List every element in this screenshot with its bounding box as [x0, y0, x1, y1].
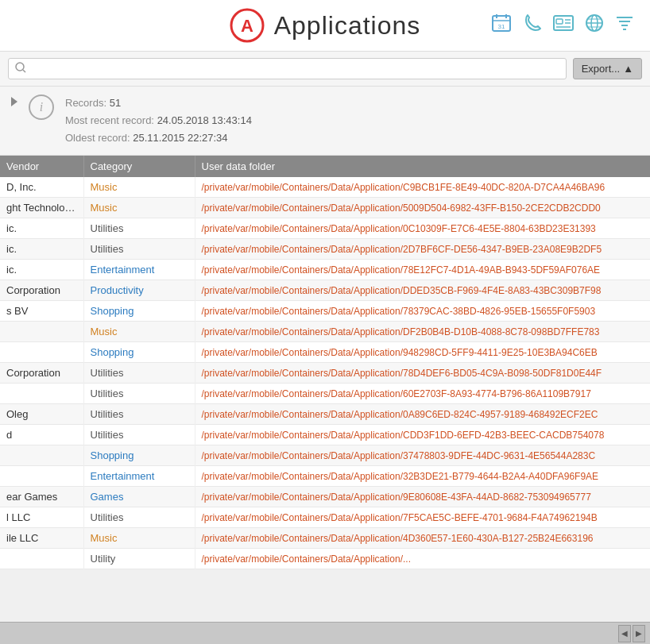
cell-category: Utilities	[83, 239, 195, 260]
search-bar: Export... ▲	[0, 52, 650, 87]
svg-point-21	[16, 63, 24, 71]
app-header: A Applications 31	[0, 0, 650, 52]
table-row: s BVShopping/private/var/mobile/Containe…	[0, 301, 650, 322]
svg-text:A: A	[241, 16, 253, 36]
most-recent-date: 24.05.2018 13:43:14	[157, 114, 252, 126]
col-header-category: Category	[83, 156, 195, 177]
records-label: Records:	[65, 97, 106, 109]
table-row: CorporationUtilities/private/var/mobile/…	[0, 363, 650, 384]
cell-path: /private/var/mobile/Containers/Data/Appl…	[195, 260, 650, 280]
cell-vendor: Oleg	[0, 404, 83, 425]
cell-path: /private/var/mobile/Containers/Data/Appl…	[195, 466, 650, 487]
cell-category[interactable]: Shopping	[83, 342, 195, 363]
export-button[interactable]: Export... ▲	[573, 58, 642, 79]
svg-text:31: 31	[498, 23, 505, 30]
cell-category: Utilities	[83, 425, 195, 445]
bottom-bar: ◀ ▶	[0, 622, 650, 644]
data-table: Vendor Category User data folder D, Inc.…	[0, 156, 650, 569]
cell-path: /private/var/mobile/Containers/Data/Appl…	[195, 528, 650, 549]
cell-vendor: l LLC	[0, 507, 83, 528]
cell-vendor	[0, 466, 83, 487]
svg-line-22	[23, 70, 25, 72]
cell-vendor	[0, 342, 83, 363]
cell-path: /private/var/mobile/Containers/Data/Appl…	[195, 445, 650, 466]
cell-category[interactable]: Games	[83, 487, 195, 507]
table-row: ile LLCMusic/private/var/mobile/Containe…	[0, 528, 650, 549]
scroll-left-button[interactable]: ◀	[618, 625, 631, 642]
oldest-date: 25.11.2015 22:27:34	[133, 132, 227, 144]
cell-path: /private/var/mobile/Containers/Data/Appl…	[195, 487, 650, 507]
search-input[interactable]	[31, 63, 559, 75]
cell-vendor: s BV	[0, 301, 83, 322]
cell-path: /private/var/mobile/Containers/Data/Appl…	[195, 404, 650, 425]
table-row: Utilities/private/var/mobile/Containers/…	[0, 384, 650, 404]
cell-vendor: d	[0, 425, 83, 445]
phone-icon[interactable]	[523, 13, 542, 37]
cell-category: Utilities	[83, 363, 195, 384]
page-title: Applications	[274, 11, 421, 40]
cell-category[interactable]: Shopping	[83, 445, 195, 466]
cell-category[interactable]: Entertainment	[83, 260, 195, 280]
cell-category: Utilities	[83, 507, 195, 528]
cell-category: Utilities	[83, 404, 195, 425]
table-row: Entertainment/private/var/mobile/Contain…	[0, 466, 650, 487]
oldest-label: Oldest record:	[65, 132, 130, 144]
cell-vendor	[0, 445, 83, 466]
table-row: ic.Utilities/private/var/mobile/Containe…	[0, 218, 650, 239]
cell-vendor: ile LLC	[0, 528, 83, 549]
app-logo: A	[230, 8, 265, 43]
cell-path: /private/var/mobile/Containers/Data/Appl…	[195, 198, 650, 218]
info-icon: i	[29, 94, 54, 120]
globe-icon[interactable]	[585, 13, 604, 37]
cell-category[interactable]: Productivity	[83, 280, 195, 301]
table-row: D, Inc.Music/private/var/mobile/Containe…	[0, 177, 650, 198]
table-row: ght Technologi...Music/private/var/mobil…	[0, 198, 650, 218]
cell-vendor: ic.	[0, 260, 83, 280]
cell-category: Music	[83, 528, 195, 549]
table-row: Shopping/private/var/mobile/Containers/D…	[0, 342, 650, 363]
header-icon-group: 31	[491, 13, 634, 38]
cell-vendor: ic.	[0, 218, 83, 239]
cell-path: /private/var/mobile/Containers/Data/Appl…	[195, 507, 650, 528]
table-row: ic.Utilities/private/var/mobile/Containe…	[0, 239, 650, 260]
table-row: l LLCUtilities/private/var/mobile/Contai…	[0, 507, 650, 528]
cell-vendor: Corporation	[0, 280, 83, 301]
table-row: ic.Entertainment/private/var/mobile/Cont…	[0, 260, 650, 280]
table-row: Utility/private/var/mobile/Containers/Da…	[0, 549, 650, 569]
cell-path: /private/var/mobile/Containers/Data/Appl…	[195, 218, 650, 239]
cell-category: Music	[83, 322, 195, 342]
search-input-wrap	[8, 58, 567, 79]
info-collapse-toggle[interactable]	[11, 97, 17, 106]
most-recent-label: Most recent record:	[65, 114, 154, 126]
cell-category: Music	[83, 177, 195, 198]
cell-vendor: Corporation	[0, 363, 83, 384]
cell-category: Music	[83, 198, 195, 218]
cell-vendor: ic.	[0, 239, 83, 260]
table-header-row: Vendor Category User data folder	[0, 156, 650, 177]
cell-path: /private/var/mobile/Containers/Data/Appl…	[195, 177, 650, 198]
cell-category: Utilities	[83, 384, 195, 404]
table-row: Shopping/private/var/mobile/Containers/D…	[0, 445, 650, 466]
info-text: Records: 51 Most recent record: 24.05.20…	[65, 94, 252, 147]
cell-category[interactable]: Shopping	[83, 301, 195, 322]
cell-path: /private/var/mobile/Containers/Data/Appl…	[195, 425, 650, 445]
cell-vendor: D, Inc.	[0, 177, 83, 198]
records-count: 51	[110, 97, 121, 109]
table-row: ear GamesGames/private/var/mobile/Contai…	[0, 487, 650, 507]
export-arrow: ▲	[623, 63, 633, 75]
cell-path: /private/var/mobile/Containers/Data/Appl…	[195, 239, 650, 260]
id-card-icon[interactable]	[553, 14, 574, 37]
filter-icon[interactable]	[615, 14, 634, 37]
data-table-wrap: Vendor Category User data folder D, Inc.…	[0, 156, 650, 569]
cell-path: /private/var/mobile/Containers/Data/Appl…	[195, 322, 650, 342]
cell-category: Utility	[83, 549, 195, 569]
col-header-path: User data folder	[195, 156, 650, 177]
calendar-icon[interactable]: 31	[491, 13, 512, 38]
cell-vendor	[0, 549, 83, 569]
cell-category: Utilities	[83, 218, 195, 239]
search-icon	[15, 62, 26, 75]
scroll-right-button[interactable]: ▶	[633, 625, 645, 642]
info-panel: i Records: 51 Most recent record: 24.05.…	[0, 87, 650, 156]
cell-category[interactable]: Entertainment	[83, 466, 195, 487]
table-row: OlegUtilities/private/var/mobile/Contain…	[0, 404, 650, 425]
